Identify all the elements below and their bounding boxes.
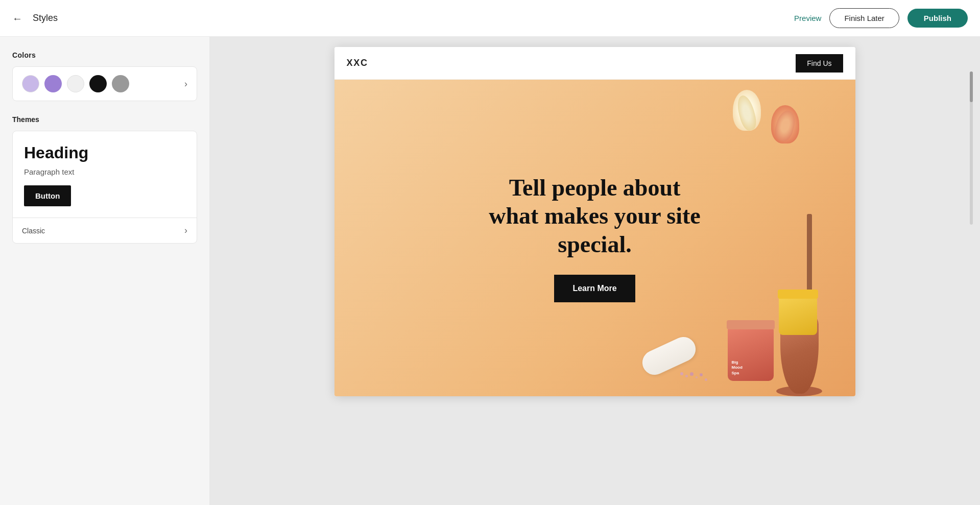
theme-footer[interactable]: Classic › <box>13 218 197 243</box>
preview-area: XXC Find Us <box>209 37 980 505</box>
back-button[interactable]: ← <box>12 13 22 23</box>
topbar-left: ← Styles <box>12 13 58 23</box>
color-swatch-medium-purple[interactable] <box>44 75 62 92</box>
colors-expand-arrow[interactable]: › <box>184 79 187 89</box>
hero-content: Tell people about what makes your site s… <box>451 174 738 302</box>
jar-group: BigMoodSpa <box>728 327 774 381</box>
color-swatch-black[interactable] <box>89 75 107 92</box>
scrollbar-track[interactable] <box>970 71 973 225</box>
preview-link[interactable]: Preview <box>794 14 821 22</box>
theme-heading-preview: Heading <box>24 143 185 162</box>
page-title: Styles <box>33 13 58 23</box>
theme-paragraph-preview: Paragraph text <box>24 167 185 176</box>
site-nav: XXC Find Us <box>334 47 855 80</box>
scrollbar-thumb[interactable] <box>970 71 973 102</box>
color-swatch-light-gray[interactable] <box>67 75 84 92</box>
site-hero: BigMoodSpa Tell pe <box>334 80 855 396</box>
theme-card-inner: Heading Paragraph text Button <box>13 131 197 218</box>
jar-main-label: BigMoodSpa <box>732 360 743 376</box>
scattered-petals <box>680 372 707 381</box>
jar-main: BigMoodSpa <box>728 327 774 381</box>
main-content: Colors › Themes Heading Paragraph text B… <box>0 37 980 505</box>
colors-card[interactable]: › <box>12 66 197 101</box>
topbar-right: Preview Finish Later Publish <box>794 8 968 28</box>
theme-name: Classic <box>22 227 45 235</box>
website-frame: XXC Find Us <box>334 47 855 396</box>
colors-section-label: Colors <box>12 51 197 59</box>
flower-orange <box>769 105 804 156</box>
theme-card[interactable]: Heading Paragraph text Button Classic › <box>12 131 197 244</box>
find-us-button[interactable]: Find Us <box>796 54 843 73</box>
themes-section-label: Themes <box>12 115 197 124</box>
jar-fallen <box>641 344 697 368</box>
flower-decoration-top <box>729 90 804 156</box>
topbar: ← Styles Preview Finish Later Publish <box>0 0 980 37</box>
hero-title: Tell people about what makes your site s… <box>482 174 707 258</box>
theme-button-preview[interactable]: Button <box>24 185 71 206</box>
theme-expand-arrow[interactable]: › <box>184 225 187 236</box>
sidebar: Colors › Themes Heading Paragraph text B… <box>0 37 209 505</box>
site-logo: XXC <box>347 58 368 68</box>
flower-white <box>729 90 764 141</box>
finish-later-button[interactable]: Finish Later <box>829 8 899 28</box>
learn-more-button[interactable]: Learn More <box>554 275 635 302</box>
publish-button[interactable]: Publish <box>907 9 968 28</box>
color-swatch-medium-gray[interactable] <box>112 75 129 92</box>
color-swatch-light-purple[interactable] <box>22 75 39 92</box>
jar-yellow <box>779 297 817 335</box>
